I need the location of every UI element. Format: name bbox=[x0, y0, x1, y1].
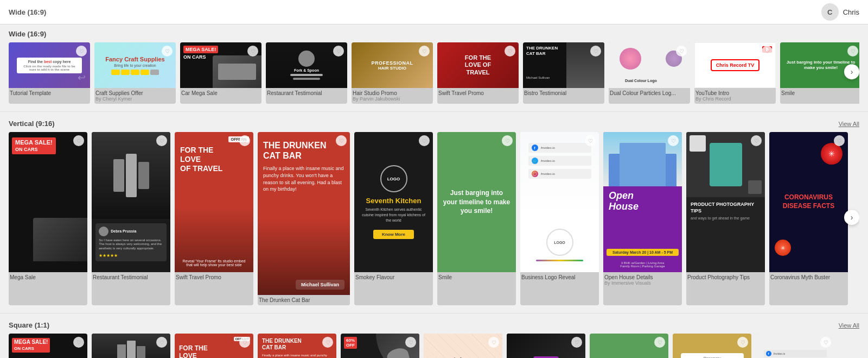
heart-button-sq-swift-travel[interactable]: ♡ bbox=[239, 337, 250, 348]
square-grid-wrapper: MEGA SALE!ON CARS ♡ Car Mega Sale bbox=[9, 334, 859, 358]
vert-card-cat-bar[interactable]: THE DRUNKENCAT BAR Finally a place with … bbox=[258, 132, 350, 305]
heart-button-sq-logo-reveal[interactable]: ♡ bbox=[820, 337, 831, 348]
card-author-hair: By Parvin Jakubowski bbox=[353, 96, 432, 102]
heart-button-tutorial[interactable]: ♡ bbox=[76, 46, 87, 56]
vert-card-smokey[interactable]: LOGO Seventh Kitchen Seventh Kitchen ser… bbox=[354, 132, 433, 305]
heart-button-sq-bistro[interactable]: ♡ bbox=[322, 337, 333, 348]
card-title-open-house: Open House Details bbox=[604, 274, 681, 280]
card-info-smile-vert: Smile bbox=[437, 272, 516, 282]
vert-card-mega-sale[interactable]: MEGA SALE!ON CARS ♡ Mega Sale bbox=[9, 132, 87, 305]
heart-button-sq-clearance[interactable]: ♡ bbox=[571, 337, 582, 348]
heart-button-car[interactable]: ♡ bbox=[247, 46, 258, 56]
heart-button-sq-season[interactable]: ♡ bbox=[488, 337, 499, 348]
heart-button-sq-car[interactable]: ♡ bbox=[73, 337, 84, 348]
vertical-grid-wrapper: MEGA SALE!ON CARS ♡ Mega Sale bbox=[9, 132, 859, 305]
wide-card-tutorial[interactable]: Find the best copy here Click on the rea… bbox=[9, 42, 90, 104]
card-info-photography: Product Photography Tips bbox=[686, 272, 765, 282]
heart-button-sq-shoe[interactable]: ♡ bbox=[405, 337, 416, 348]
card-title-dual: Dual Colour Particles Log... bbox=[610, 90, 689, 96]
heart-button-bistro-wide[interactable]: ♡ bbox=[590, 46, 601, 56]
heart-button-restaurant-vert[interactable]: ♡ bbox=[156, 135, 167, 146]
sq-card-bistro[interactable]: THE DRUNKENCAT BAR Finally a place with … bbox=[258, 334, 336, 358]
card-title-smile-vert: Smile bbox=[438, 274, 515, 280]
heart-button-sq-smile[interactable]: ♡ bbox=[654, 337, 665, 348]
card-title-corona: Coronavirus Myth Buster bbox=[770, 274, 847, 280]
sq-card-clearance[interactable]: $ 15.99 Genuine BlackLeather Jacket Sale… bbox=[507, 334, 585, 358]
top-bar-left: Wide (16:9) bbox=[9, 8, 46, 16]
heart-button-youtube[interactable]: ♡ bbox=[762, 46, 773, 56]
heart-button-sq-dry-stout[interactable]: ♡ bbox=[737, 337, 748, 348]
sq-card-smile[interactable]: Just barging into your timeline to make … bbox=[590, 334, 668, 358]
heart-button-swift-travel-vert[interactable]: ♡ bbox=[239, 135, 250, 146]
heart-button-smile-vert[interactable]: ♡ bbox=[502, 135, 513, 146]
card-info-open-house: Open House Details By Immersive Visuals bbox=[603, 272, 682, 288]
card-title-swift-travel: Swift Travel Promo bbox=[438, 90, 518, 96]
card-info-hair: Hair Studio Promo By Parvin Jakubowski bbox=[352, 88, 433, 104]
wide-template-grid: Find the best copy here Click on the rea… bbox=[9, 42, 859, 104]
wide-card-car[interactable]: MEGA SALE! ON CARS ♡ Car Mega Sale bbox=[180, 42, 261, 104]
card-author-open-house: By Immersive Visuals bbox=[604, 280, 681, 286]
heart-button-smile-wide[interactable]: ♡ bbox=[847, 46, 858, 56]
square-section: Square (1:1) View All MEGA SALE!ON CARS … bbox=[0, 316, 868, 358]
vertical-next-arrow[interactable]: › bbox=[844, 210, 859, 225]
top-bar: Wide (16:9) C Chris bbox=[0, 0, 868, 24]
heart-button-swift-travel[interactable]: ♡ bbox=[505, 46, 515, 56]
card-info-bistro-wide: Bistro Testimonial bbox=[523, 88, 604, 98]
vert-card-photography[interactable]: PRODUCT PHOTOGRAPHY TIPS and ways to get… bbox=[686, 132, 765, 305]
heart-button-sq-restaurant[interactable]: ♡ bbox=[156, 337, 167, 348]
wide-card-restaurant[interactable]: Fork & Spoon ♡ Restaurant Testimonial bbox=[266, 42, 347, 104]
card-title-tutorial: Tutorial Template bbox=[10, 90, 89, 96]
wide-card-dual[interactable]: Dual Colour Logo ♡ Dual Colour Particles… bbox=[609, 42, 690, 104]
card-title-restaurant-vert: Restaurant Testimonial bbox=[93, 274, 169, 280]
card-info-smile-wide: Smile bbox=[780, 88, 859, 98]
wide-section-header: Wide (16:9) bbox=[9, 30, 859, 38]
card-info-swift-travel: Swift Travel Promo bbox=[437, 88, 519, 98]
sq-card-season-sale[interactable]: End of Season Sale Upto 70%Off ♡ End Of … bbox=[424, 334, 502, 358]
heart-button-restaurant-wide[interactable]: ♡ bbox=[333, 46, 344, 56]
heart-button-dual[interactable]: ♡ bbox=[676, 46, 687, 56]
heart-button-open-house[interactable]: ♡ bbox=[668, 135, 679, 146]
vert-card-corona[interactable]: ✳ ✳ CoronavirusDisease Facts ♡ Coronavir… bbox=[769, 132, 848, 305]
heart-button-hair[interactable]: ♡ bbox=[419, 46, 430, 56]
wide-card-craft[interactable]: Fancy Craft Supplies Bring life to your … bbox=[94, 42, 176, 104]
vertical-view-all-button[interactable]: View All bbox=[839, 121, 859, 127]
wide-grid-wrapper: Find the best copy here Click on the rea… bbox=[9, 42, 859, 104]
square-section-title: Square (1:1) bbox=[9, 321, 49, 329]
heart-button-cat-bar[interactable]: ♡ bbox=[336, 135, 347, 146]
heart-button-craft[interactable]: ♡ bbox=[162, 46, 173, 56]
card-title-youtube: YouTube Intro bbox=[695, 90, 775, 96]
card-title-smile-wide: Smile bbox=[781, 90, 859, 96]
square-view-all-button[interactable]: View All bbox=[839, 322, 859, 329]
sq-card-shoe-sale[interactable]: 60%OFF Final Sale On Shoes ♡ Shoe Sale B… bbox=[341, 334, 419, 358]
heart-button-logo-reveal-vert[interactable]: ♡ bbox=[585, 135, 596, 146]
card-title-photography: Product Photography Tips bbox=[687, 274, 764, 280]
vert-card-open-house[interactable]: OpenHouse Saturday March 20 | 10 AM - 5 … bbox=[603, 132, 682, 305]
wide-card-bistro[interactable]: THE DRUNKENCAT BAR Michael Sullivan ♡ Bi… bbox=[523, 42, 604, 104]
card-title-mega-sale-vert: Mega Sale bbox=[10, 274, 86, 280]
heart-button-corona[interactable]: ♡ bbox=[834, 135, 845, 146]
wide-card-hair[interactable]: PROFESSIONAL HAIR STUDIO ♡ Hair Studio P… bbox=[352, 42, 433, 104]
sq-card-dry-stout[interactable]: Rosemary IrishDryStout DRINK FRESH • 7.5… bbox=[673, 334, 751, 358]
vert-card-logo-reveal[interactable]: f .fnvideo.io 🐦 .fnvideo.io ◯ .fnvideo.i… bbox=[520, 132, 599, 305]
card-info-swift-travel-vert: Swift Travel Promo bbox=[175, 272, 253, 282]
vert-card-restaurant[interactable]: Debra Prussia So I have eaten here on se… bbox=[92, 132, 170, 305]
sq-card-car[interactable]: MEGA SALE!ON CARS ♡ Car Mega Sale bbox=[9, 334, 87, 358]
wide-next-arrow[interactable]: › bbox=[844, 64, 859, 79]
wide-card-swift-travel[interactable]: FOR THELOVE OFTRAVEL ♡ Swift Travel Prom… bbox=[437, 42, 519, 104]
heart-button-photography[interactable]: ♡ bbox=[751, 135, 762, 146]
wide-card-youtube[interactable]: Chris Record TV ♡ YouTube Intro By Chris… bbox=[694, 42, 776, 104]
card-info-corona: Coronavirus Myth Buster bbox=[769, 272, 848, 282]
card-title-logo-reveal-vert: Business Logo Reveal bbox=[521, 274, 598, 280]
vert-card-smile[interactable]: Just barging into your timeline to make … bbox=[437, 132, 516, 305]
sq-card-swift-travel[interactable]: OFFERS FOR THELOVEOF TRAVEL ♡ Swift Trav… bbox=[175, 334, 253, 358]
heart-button-smokey[interactable]: ♡ bbox=[419, 135, 430, 146]
page-wrapper: Wide (16:9) C Chris Wide (16:9) Find the… bbox=[0, 0, 868, 358]
sq-card-logo-reveal[interactable]: f .fnvideo.io 🐦 .fnvideo.io .fnvideo.io bbox=[756, 334, 834, 358]
card-info-mega-sale-vert: Mega Sale bbox=[9, 272, 87, 282]
card-title-craft: Craft Supplies Offer bbox=[95, 90, 175, 96]
vert-card-swift-travel[interactable]: OFFERS FOR THELOVEOF TRAVEL Reveal 'Your… bbox=[175, 132, 253, 305]
sq-card-restaurant[interactable]: Debra Prussia So I have eaten here on se… bbox=[92, 334, 170, 358]
card-info-craft: Craft Supplies Offer By Cheryl Kymer bbox=[94, 88, 176, 104]
card-info-tutorial: Tutorial Template bbox=[9, 88, 90, 98]
heart-button-mega-sale-vert[interactable]: ♡ bbox=[73, 135, 84, 146]
